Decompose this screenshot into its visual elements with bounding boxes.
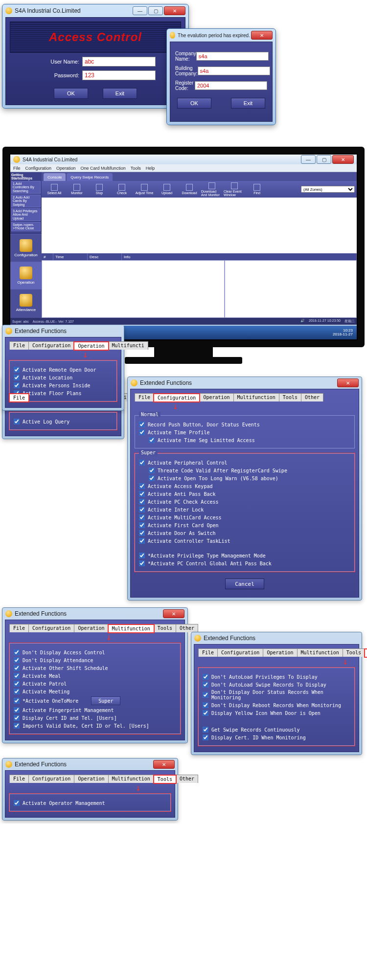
chk[interactable] [14,375,20,380]
exit-button[interactable]: Exit [231,98,265,109]
tab-other[interactable]: Other [365,649,367,657]
tab-tools[interactable]: Tools [343,648,365,657]
chk[interactable] [14,723,20,729]
chk[interactable] [14,367,20,373]
tab-file[interactable]: File [9,775,29,783]
tab-configuration[interactable]: Configuration [28,775,74,783]
close-button[interactable]: ✕ [153,760,175,769]
close-button[interactable]: ✕ [332,155,354,164]
chk[interactable] [14,673,20,679]
tab-multifunction[interactable]: Multifuncti [108,341,148,350]
start-item[interactable]: Swipe->open->Those Close [11,222,41,231]
tab-file[interactable]: File [9,394,29,402]
building-input[interactable] [198,67,270,75]
toolbar-button[interactable]: Clear Event Window [224,182,245,197]
tab-multifunction[interactable]: Multifunction [108,775,154,783]
tab-tools[interactable]: Tools [279,393,301,401]
tab-tools[interactable]: Tools [154,624,176,632]
menu-item[interactable]: Help [146,166,155,171]
toolbar-button[interactable]: Stop [89,184,110,195]
chk[interactable] [203,710,208,716]
menu-item[interactable]: File [13,166,21,171]
start-item[interactable]: 1.Add Controllers By Searching [11,181,41,194]
tab-console[interactable]: Console [44,173,66,181]
chk[interactable] [139,429,145,435]
chk[interactable] [14,649,20,655]
tab-operation[interactable]: Operation [74,775,108,783]
chk[interactable] [14,800,20,806]
nav-attendance[interactable]: Attendance [10,289,42,316]
chk[interactable] [14,689,20,694]
tab-other[interactable]: Other [176,624,198,632]
chk[interactable] [14,698,20,704]
tab-file[interactable]: File [9,624,29,632]
tab-configuration[interactable]: Configuration [28,341,74,350]
chk[interactable] [139,422,145,427]
cancel-button[interactable]: Cancel [225,579,264,589]
minimize-button[interactable]: — [301,155,316,164]
tray[interactable]: 10:232018-11-27 [333,329,355,336]
company-input[interactable] [196,52,269,61]
start-item[interactable]: 3.Add Privileges Allow And Upload [11,208,41,221]
nav-configuration[interactable]: Configuration [10,234,42,262]
tab-multifunction[interactable]: Multifunction [233,393,279,401]
maximize-button[interactable]: ▢ [317,155,331,164]
chk[interactable] [149,475,155,481]
tab-multifunction[interactable]: Multifunction [297,648,343,657]
chk[interactable] [139,499,145,505]
toolbar-button[interactable]: Select All [44,184,65,195]
chk[interactable] [139,491,145,497]
tab-configuration[interactable]: Configuration [154,394,200,402]
tab-query-swipe[interactable]: Query Swipe Records [67,173,113,181]
exit-button[interactable]: Exit [103,88,137,99]
tab-file[interactable]: File [9,341,29,350]
chk[interactable] [14,665,20,671]
chk[interactable] [203,702,208,708]
chk[interactable] [139,514,145,520]
chk[interactable] [203,692,208,698]
start-item[interactable]: 2.Auto Add Cards By Swiping [11,195,41,207]
tab-file[interactable]: File [135,393,154,401]
chk[interactable] [203,727,208,733]
chk[interactable] [139,530,145,536]
close-button[interactable]: ✕ [251,31,273,40]
tab-operation[interactable]: Operation [74,342,108,350]
zone-select[interactable]: (All Zones) [301,186,355,193]
super-button[interactable]: Super [91,696,120,705]
tab-configuration[interactable]: Configuration [28,624,74,632]
chk[interactable] [139,553,145,558]
close-button[interactable]: ✕ [164,6,185,15]
tab-file[interactable]: File [198,648,218,657]
toolbar-button[interactable]: Check [111,184,133,195]
close-button[interactable]: ✕ [163,609,184,618]
menu-item[interactable]: Operation [56,166,76,171]
tab-configuration[interactable]: Configuration [217,648,263,657]
close-button[interactable]: ✕ [337,379,359,387]
toolbar-button[interactable]: Adjust Time [134,184,155,195]
username-input[interactable] [82,57,156,67]
tab-operation[interactable]: Operation [74,624,108,632]
menu-item[interactable]: Configuration [25,166,52,171]
toolbar-button[interactable]: Find [246,184,268,195]
tab-other[interactable]: Other [176,775,198,783]
chk[interactable] [139,507,145,512]
tab-operation[interactable]: Operation [263,648,297,657]
chk[interactable] [14,657,20,663]
chk[interactable] [203,735,208,740]
minimize-button[interactable]: — [133,6,147,15]
toolbar-button[interactable]: Monitor [66,184,88,195]
toolbar-button[interactable]: Download [179,184,200,195]
tab-operation[interactable]: Operation [199,393,233,401]
menu-item[interactable]: One Card Multifunction [81,166,126,171]
nav-operation[interactable]: Operation [10,262,42,289]
menu-item[interactable]: Tools [131,166,141,171]
toolbar-button[interactable]: Download And Monitor [201,182,223,197]
chk[interactable] [14,382,20,388]
chk[interactable] [149,468,155,473]
chk[interactable] [139,522,145,528]
maximize-button[interactable]: ▢ [148,6,163,15]
chk[interactable] [14,707,20,713]
password-input[interactable] [82,70,156,80]
toolbar-button[interactable]: Upload [156,184,178,195]
chk[interactable] [14,681,20,687]
